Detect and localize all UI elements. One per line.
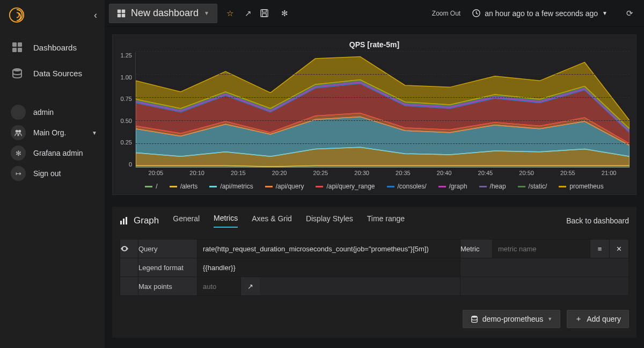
chart-plot[interactable] (135, 52, 630, 168)
legend-label: /heap (490, 183, 506, 190)
star-icon[interactable]: ☆ (224, 9, 236, 18)
query-label: Query (138, 240, 197, 258)
max-points-label: Max points (138, 277, 197, 296)
avatar-icon (11, 105, 26, 120)
legend-swatch (316, 186, 323, 187)
svg-rect-11 (122, 13, 125, 17)
dashboards-icon (12, 42, 24, 53)
legend-label: /static/ (529, 183, 547, 190)
legend-swatch (209, 186, 217, 187)
legend-swatch (518, 186, 525, 187)
legend-swatch (145, 186, 152, 187)
editor-tab-metrics[interactable]: Metrics (214, 214, 238, 228)
save-icon[interactable] (260, 9, 272, 17)
editor-tab-display-styles[interactable]: Display Styles (306, 214, 353, 227)
graph-panel: QPS [rate-5m] 1.251.000.750.500.250 20:0… (112, 34, 636, 195)
legend-item[interactable]: /static/ (518, 183, 547, 190)
sidebar-org-picker[interactable]: Main Org. ▼ (11, 122, 97, 143)
svg-rect-16 (120, 221, 122, 224)
legend-item[interactable]: /heap (479, 183, 506, 190)
time-range-label: an hour ago to a few seconds ago (485, 9, 598, 18)
sidebar-item-datasources[interactable]: Data Sources (0, 60, 105, 86)
add-query-button[interactable]: ＋ Add query (567, 310, 629, 328)
query-expr-input[interactable] (197, 240, 460, 258)
chevron-down-icon: ▼ (204, 10, 209, 16)
editor-tab-general[interactable]: General (173, 214, 200, 227)
refresh-icon[interactable]: ⟳ (624, 9, 635, 18)
metric-name-input[interactable] (493, 240, 590, 258)
legend-swatch (559, 186, 566, 187)
dashboard-picker-button[interactable]: New dashboard ▼ (109, 4, 217, 23)
legend-format-input[interactable] (197, 258, 460, 277)
back-to-dashboard-link[interactable]: Back to dashboard (566, 216, 629, 225)
sidebar-collapse-icon[interactable]: ‹ (94, 10, 97, 21)
datasource-picker-button[interactable]: demo-prometheus ▼ (463, 310, 561, 328)
legend-item[interactable]: /api/query (265, 183, 304, 190)
database-icon (471, 315, 478, 323)
plus-icon: ＋ (575, 314, 582, 324)
svg-rect-18 (126, 217, 127, 224)
legend-swatch (170, 186, 177, 187)
svg-rect-10 (118, 13, 121, 17)
remove-query-icon[interactable]: ✕ (610, 240, 629, 258)
sidebar-item-label: Dashboards (33, 43, 77, 52)
toggle-query-icon[interactable] (120, 240, 138, 258)
sidebar-signout-label: Sign out (33, 169, 61, 178)
clock-icon (472, 9, 480, 17)
legend-item[interactable]: prometheus (559, 183, 603, 190)
legend-swatch (265, 186, 273, 187)
legend-label: /api/metrics (220, 183, 253, 190)
chevron-down-icon: ▼ (92, 130, 97, 136)
legend-label: prometheus (569, 183, 603, 190)
svg-rect-9 (122, 9, 125, 12)
panel-editor: Graph GeneralMetricsAxes & GridDisplay S… (112, 207, 636, 338)
link-icon[interactable]: ↗ (240, 277, 260, 295)
svg-rect-13 (262, 10, 267, 12)
legend-item[interactable]: /api/query_range (316, 183, 375, 190)
svg-point-6 (16, 130, 18, 133)
add-query-label: Add query (587, 315, 621, 323)
svg-point-0 (10, 8, 24, 22)
chevron-down-icon: ▼ (602, 10, 608, 16)
org-icon (11, 125, 26, 140)
legend-format-label: Legend format (138, 258, 197, 277)
legend-item[interactable]: /api/metrics (209, 183, 253, 190)
svg-rect-12 (261, 10, 268, 17)
legend-label: /api/query_range (326, 183, 375, 190)
svg-rect-3 (12, 48, 17, 52)
sidebar-user[interactable]: admin (11, 102, 97, 122)
chart-area[interactable]: 1.251.000.750.500.250 (119, 52, 630, 168)
legend-label: /api/query (276, 183, 304, 190)
sidebar-item-dashboards[interactable]: Dashboards (0, 34, 105, 60)
zoom-out-button[interactable]: Zoom Out (432, 10, 460, 17)
share-icon[interactable]: ↗ (242, 9, 254, 18)
metric-label: Metric (460, 240, 493, 258)
time-range-picker[interactable]: an hour ago to a few seconds ago ▼ (472, 9, 608, 18)
query-menu-icon[interactable]: ≡ (590, 240, 610, 258)
legend-item[interactable]: /alerts (170, 183, 198, 190)
editor-tab-time-range[interactable]: Time range (367, 214, 405, 227)
sidebar-item-label: Data Sources (33, 69, 82, 78)
svg-rect-1 (12, 42, 17, 47)
datasource-name: demo-prometheus (482, 315, 544, 323)
gear-icon: ✻ (11, 146, 26, 161)
editor-tab-axes-grid[interactable]: Axes & Grid (252, 214, 292, 227)
sidebar-grafana-admin[interactable]: ✻ Grafana admin (11, 143, 97, 163)
grafana-logo (9, 7, 25, 23)
sidebar: ‹ Dashboards Data Sources (0, 0, 105, 348)
legend-item[interactable]: /consoles/ (387, 183, 427, 190)
max-points-input[interactable] (197, 277, 240, 295)
x-axis: 20:0520:1020:1520:2020:2520:3020:3520:40… (135, 168, 630, 179)
svg-rect-8 (118, 9, 121, 12)
legend-label: /alerts (180, 183, 198, 190)
legend-swatch (387, 186, 394, 187)
legend-item[interactable]: / (145, 183, 157, 190)
svg-point-19 (471, 316, 477, 318)
settings-icon[interactable]: ✻ (279, 9, 290, 18)
legend-item[interactable]: /graph (438, 183, 467, 190)
y-axis: 1.251.000.750.500.250 (119, 52, 135, 168)
chevron-down-icon: ▼ (547, 316, 552, 322)
barchart-icon (120, 216, 128, 225)
legend-label: /graph (449, 183, 467, 190)
sidebar-signout[interactable]: ↦ Sign out (11, 163, 97, 184)
